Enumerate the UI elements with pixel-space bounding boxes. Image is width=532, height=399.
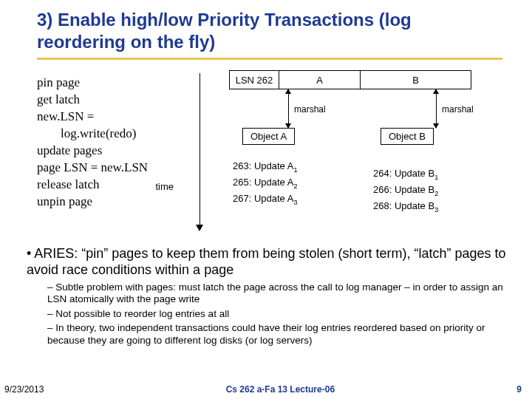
footer-page-number: 9 [516,384,522,395]
bullet-sub: Not possible to reorder log entries at a… [47,308,510,320]
code-line: release latch [37,177,148,194]
code-line: unpin page [37,194,148,211]
lsn-cell-a: A [279,70,361,89]
code-line: page LSN = new.LSN [37,160,148,177]
marshal-arrow-b [436,89,437,128]
code-line: update pages [37,143,148,160]
diagram: pin page get latch new.LSN = log.write(r… [37,70,502,240]
code-line: pin page [37,75,148,92]
update-entry: 265: Update A2 [233,175,297,191]
code-line: log.write(redo) [37,126,148,143]
marshal-arrow-a [288,89,289,128]
code-line: get latch [37,92,148,109]
pseudocode: pin page get latch new.LSN = log.write(r… [37,75,148,211]
bullet-sub: In theory, two independent transactions … [47,322,510,347]
bullet-main: ARIES: “pin” pages to keep them from bei… [27,246,510,347]
slide-footer: 9/23/2013 Cs 262 a-Fa 13 Lecture-06 9 [0,384,532,395]
update-entry: 263: Update A1 [233,159,297,175]
body-bullets: ARIES: “pin” pages to keep them from bei… [27,246,510,347]
update-entry: 266: Update B2 [373,183,438,199]
marshal-label-a: marshal [294,104,326,115]
update-entry: 264: Update B1 [373,166,438,183]
code-line: new.LSN = [37,109,148,126]
time-axis-arrow [196,73,203,231]
update-entry: 268: Update B3 [373,199,438,215]
object-b-box: Object B [381,128,434,145]
footer-course: Cs 262 a-Fa 13 Lecture-06 [226,384,335,395]
lsn-cell-b: B [361,70,471,89]
updates-list-a: 263: Update A1 265: Update A2 267: Updat… [233,159,297,208]
updates-list-b: 264: Update B1 266: Update B2 268: Updat… [373,166,438,215]
title-underline [37,58,502,60]
update-entry: 267: Update A3 [233,191,297,208]
log-record-row: LSN 262 A B [229,70,471,89]
bullet-sub: Subtle problem with pages: must latch th… [47,282,510,306]
object-a-box: Object A [242,128,295,145]
slide-title: 3) Enable high/low Priority Transactions… [0,0,532,56]
footer-date: 9/23/2013 [4,384,44,395]
time-axis-label: time [155,181,174,192]
lsn-cell: LSN 262 [229,70,279,89]
marshal-label-b: marshal [442,104,474,115]
